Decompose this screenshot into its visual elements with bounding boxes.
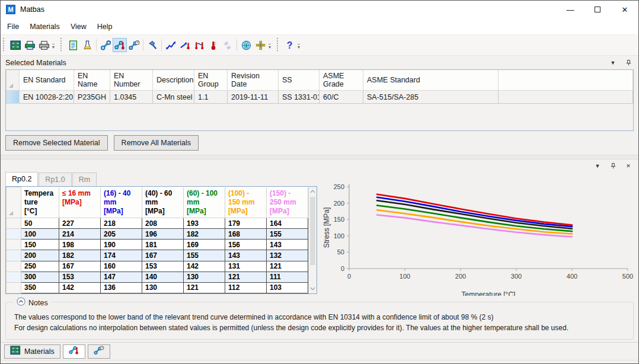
scroll-up-icon[interactable] bbox=[309, 187, 317, 196]
materials-cell[interactable]: EN 10028-2:2017 bbox=[20, 91, 74, 104]
tab-rm[interactable]: Rm bbox=[72, 173, 97, 186]
properties-cell[interactable]: 250 bbox=[21, 261, 59, 272]
properties-column-header[interactable]: ≤ 16 mm [MPa] bbox=[59, 187, 101, 218]
properties-cell[interactable]: 198 bbox=[59, 240, 101, 250]
sparks-icon[interactable] bbox=[221, 38, 235, 52]
properties-cell[interactable]: 174 bbox=[101, 250, 142, 261]
toolbar-grip[interactable] bbox=[277, 38, 280, 51]
toolbar-grip[interactable] bbox=[60, 38, 63, 51]
menu-item-file[interactable]: File bbox=[2, 20, 24, 34]
properties-column-header[interactable]: (150) - 250 mm [MPa] bbox=[267, 187, 308, 218]
remove-selected-material-button[interactable]: Remove Selected Material bbox=[5, 135, 108, 151]
properties-row[interactable]: 350142136130121112103 bbox=[7, 282, 308, 293]
properties-row[interactable]: 250167160153142131121 bbox=[7, 261, 308, 272]
panel-dropdown-icon[interactable]: ▼ bbox=[608, 58, 618, 68]
remove-all-materials-button[interactable]: Remove All Materials bbox=[114, 135, 199, 151]
panel-splitter[interactable] bbox=[1, 155, 638, 159]
properties-cell[interactable]: 150 bbox=[21, 240, 59, 250]
row-selector[interactable] bbox=[7, 240, 21, 250]
properties-cell[interactable]: 208 bbox=[142, 218, 184, 229]
properties-cell[interactable]: 121 bbox=[267, 261, 308, 272]
hammer-icon[interactable] bbox=[145, 38, 159, 52]
properties-cell[interactable]: 121 bbox=[184, 282, 225, 293]
toolbar-overflow-icon[interactable]: ▾ bbox=[298, 44, 300, 50]
bottom-tab-materials[interactable]: Materials bbox=[4, 344, 60, 359]
tab-rp10[interactable]: Rp1.0 bbox=[39, 173, 71, 186]
properties-cell[interactable]: 130 bbox=[142, 282, 184, 293]
materials-column-header[interactable]: EN Number bbox=[110, 70, 153, 91]
properties-cell[interactable]: 169 bbox=[184, 240, 225, 250]
properties-cell[interactable]: 227 bbox=[59, 218, 101, 229]
measure-cross-icon[interactable] bbox=[253, 38, 267, 52]
properties-cell[interactable]: 167 bbox=[59, 261, 101, 272]
bottom-tab-wrench-clock-icon[interactable] bbox=[88, 344, 110, 359]
toolbar-grip[interactable] bbox=[3, 38, 6, 51]
materials-column-header[interactable]: EN Name bbox=[74, 70, 110, 91]
properties-cell[interactable]: 153 bbox=[59, 272, 101, 282]
panel-dropdown-icon[interactable]: ▼ bbox=[592, 161, 603, 171]
properties-cell[interactable]: 160 bbox=[101, 261, 142, 272]
properties-cell[interactable]: 142 bbox=[59, 282, 101, 293]
row-selector[interactable] bbox=[7, 229, 21, 240]
properties-cell[interactable]: 140 bbox=[142, 272, 184, 282]
panel-close-icon[interactable]: ✕ bbox=[623, 161, 634, 171]
tab-rp02[interactable]: Rp0.2 bbox=[5, 172, 38, 186]
scrollbar-track[interactable] bbox=[309, 196, 317, 284]
wrench-clock-icon[interactable] bbox=[127, 38, 141, 52]
properties-cell[interactable]: 147 bbox=[101, 272, 142, 282]
materials-cell[interactable]: SA-515/SA-285 bbox=[363, 91, 499, 104]
properties-column-header[interactable]: (60) - 100 mm [MPa] bbox=[184, 187, 225, 218]
properties-row[interactable]: 150198190181169156143 bbox=[7, 240, 308, 250]
properties-cell[interactable]: 143 bbox=[267, 240, 308, 250]
properties-row[interactable]: 50227218208193179164 bbox=[7, 218, 308, 229]
document-icon[interactable] bbox=[66, 38, 80, 52]
properties-row[interactable]: 200182174167155143132 bbox=[7, 250, 308, 261]
materials-column-header[interactable]: Revision Date bbox=[228, 70, 279, 91]
properties-cell[interactable]: 112 bbox=[225, 282, 267, 293]
properties-cell[interactable]: 190 bbox=[101, 240, 142, 250]
row-selector[interactable] bbox=[7, 91, 20, 104]
print-icon[interactable] bbox=[37, 38, 51, 52]
toolbar-overflow-icon[interactable]: ▾ bbox=[52, 44, 55, 50]
properties-column-header[interactable]: (40) - 60 mm [MPa] bbox=[142, 187, 184, 218]
properties-cell[interactable]: 100 bbox=[21, 229, 59, 240]
materials-cell[interactable]: 2019-11-11 bbox=[228, 91, 279, 104]
stress-strain-icon[interactable] bbox=[164, 38, 178, 52]
menu-item-view[interactable]: View bbox=[65, 20, 92, 34]
properties-cell[interactable]: 300 bbox=[21, 272, 59, 282]
properties-cell[interactable]: 131 bbox=[225, 261, 267, 272]
properties-cell[interactable]: 205 bbox=[101, 229, 142, 240]
properties-cell[interactable]: 193 bbox=[184, 218, 225, 229]
row-selector[interactable] bbox=[7, 261, 21, 272]
bottom-tab-wrench-thermometer-icon[interactable] bbox=[63, 344, 85, 359]
scroll-down-icon[interactable] bbox=[309, 284, 317, 293]
properties-cell[interactable]: 181 bbox=[142, 240, 184, 250]
properties-cell[interactable]: 155 bbox=[184, 250, 225, 261]
pin-icon[interactable] bbox=[608, 161, 618, 171]
globe-info-icon[interactable]: i bbox=[239, 38, 253, 52]
materials-column-header[interactable]: ASME Standard bbox=[363, 70, 499, 91]
menu-item-materials[interactable]: Materials bbox=[24, 20, 65, 34]
wrench-thermometer-icon[interactable] bbox=[113, 38, 127, 52]
properties-cell[interactable]: 103 bbox=[267, 282, 308, 293]
notes-collapse-icon[interactable] bbox=[17, 297, 25, 308]
materials-row[interactable]: EN 10028-2:2017P235GH1.0345C-Mn steel1.1… bbox=[7, 91, 633, 104]
maximize-button[interactable] bbox=[584, 1, 611, 18]
properties-row[interactable]: 300153147140130121111 bbox=[7, 272, 308, 282]
properties-column-header[interactable]: (16) - 40 mm [MPa] bbox=[101, 187, 142, 218]
properties-cell[interactable]: 50 bbox=[21, 218, 59, 229]
materials-column-header[interactable]: Description bbox=[153, 70, 194, 91]
close-button[interactable]: ✕ bbox=[611, 1, 638, 18]
properties-cell[interactable]: 130 bbox=[184, 272, 225, 282]
scrollbar-thumb[interactable] bbox=[310, 197, 315, 265]
properties-cell[interactable]: 136 bbox=[101, 282, 142, 293]
thermometer-icon[interactable] bbox=[206, 38, 221, 52]
pin-icon[interactable] bbox=[623, 58, 634, 68]
materials-cell[interactable]: P235GH bbox=[74, 91, 110, 104]
materials-column-header[interactable]: EN Standard bbox=[20, 70, 74, 91]
help-icon[interactable]: ? bbox=[282, 38, 296, 52]
materials-cell[interactable]: 1.1 bbox=[194, 91, 228, 104]
properties-cell[interactable]: 179 bbox=[225, 218, 267, 229]
properties-cell[interactable]: 182 bbox=[59, 250, 101, 261]
row-selector[interactable] bbox=[7, 250, 21, 261]
